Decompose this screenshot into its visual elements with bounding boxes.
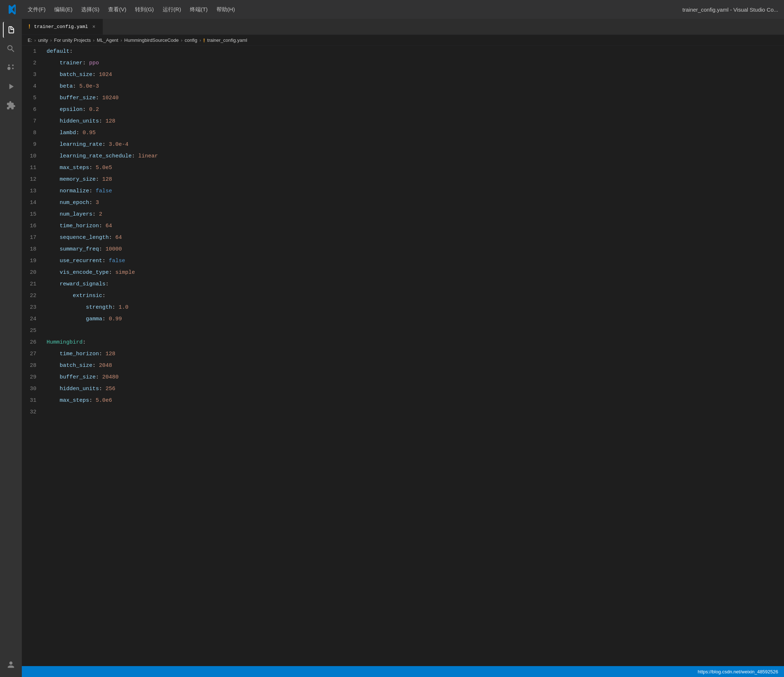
code-line: default:	[47, 46, 781, 57]
code-line: Hummingbird:	[47, 337, 781, 348]
code-line: num_epoch: 3	[47, 197, 781, 209]
code-line: trainer: ppo	[47, 57, 781, 69]
tab-filename: trainer_config.yaml	[34, 24, 88, 30]
account-activity-icon[interactable]	[3, 657, 19, 672]
menu-file[interactable]: 文件(F)	[23, 5, 50, 14]
window-title: trainer_config.yaml - Visual Studio Co..…	[683, 6, 778, 13]
breadcrumb-for-unity: For unity Projects	[54, 37, 90, 43]
active-tab[interactable]: ! trainer_config.yaml ×	[22, 19, 103, 34]
code-line: num_layers: 2	[47, 209, 781, 220]
breadcrumb-ml-agent: ML_Agent	[97, 37, 118, 43]
status-bar: https://blog.csdn.net/weixin_48592526	[22, 666, 784, 677]
extensions-activity-icon[interactable]	[3, 98, 19, 113]
breadcrumb-config: config	[184, 37, 197, 43]
breadcrumb-sep-1: ›	[50, 37, 52, 43]
code-line: reward_signals:	[47, 278, 781, 290]
code-line: extrinsic:	[47, 290, 781, 302]
files-activity-icon[interactable]	[3, 22, 19, 38]
code-line: gamma: 0.99	[47, 314, 781, 325]
titlebar: 文件(F) 编辑(E) 选择(S) 查看(V) 转到(G) 运行(R) 终端(T…	[0, 0, 784, 19]
code-editor[interactable]: 1234567891011121314151617181920212223242…	[22, 46, 784, 666]
code-line: memory_size: 128	[47, 174, 781, 185]
source-control-activity-icon[interactable]	[3, 60, 19, 76]
code-line: time_horizon: 128	[47, 348, 781, 360]
code-line	[47, 407, 781, 418]
code-line: vis_encode_type: simple	[47, 267, 781, 278]
breadcrumb-warn-icon: !	[203, 37, 205, 43]
tab-bar: ! trainer_config.yaml ×	[22, 19, 784, 35]
breadcrumb-file: trainer_config.yaml	[207, 37, 247, 43]
code-line	[47, 325, 781, 337]
menu-goto[interactable]: 转到(G)	[131, 5, 158, 14]
code-line: summary_freq: 10000	[47, 244, 781, 255]
code-line: learning_rate_schedule: linear	[47, 151, 781, 162]
activity-bar	[0, 19, 22, 677]
breadcrumb-source: HummingbirdSourceCode	[124, 37, 179, 43]
code-line: epsilon: 0.2	[47, 104, 781, 116]
code-line: hidden_units: 128	[47, 116, 781, 127]
breadcrumb-sep-4: ›	[181, 37, 182, 43]
code-line: sequence_length: 64	[47, 232, 781, 244]
code-line: max_steps: 5.0e6	[47, 395, 781, 407]
code-line: buffer_size: 10240	[47, 92, 781, 104]
menu-select[interactable]: 选择(S)	[77, 5, 104, 14]
code-line: time_horizon: 64	[47, 220, 781, 232]
tab-close-button[interactable]: ×	[91, 23, 97, 31]
breadcrumb-sep-5: ›	[199, 37, 201, 43]
search-activity-icon[interactable]	[3, 41, 19, 57]
editor-area: ! trainer_config.yaml × E: › unity › For…	[22, 19, 784, 677]
code-line: strength: 1.0	[47, 302, 781, 314]
breadcrumb-sep-0: ›	[34, 37, 36, 43]
code-line: beta: 5.0e-3	[47, 81, 781, 92]
breadcrumb: E: › unity › For unity Projects › ML_Age…	[22, 35, 784, 46]
line-numbers: 1234567891011121314151617181920212223242…	[22, 46, 44, 666]
code-line: learning_rate: 3.0e-4	[47, 139, 781, 151]
code-line: max_steps: 5.0e5	[47, 162, 781, 174]
code-content: default: trainer: ppo batch_size: 1024 b…	[44, 46, 784, 666]
code-line: buffer_size: 20480	[47, 371, 781, 383]
code-line: batch_size: 1024	[47, 69, 781, 81]
breadcrumb-unity: unity	[38, 37, 48, 43]
menu-terminal[interactable]: 终端(T)	[185, 5, 212, 14]
code-line: batch_size: 2048	[47, 360, 781, 371]
tab-warning-icon: !	[28, 23, 31, 30]
run-activity-icon[interactable]	[3, 79, 19, 95]
code-line: use_recurrent: false	[47, 255, 781, 267]
vscode-logo-icon	[6, 4, 17, 15]
status-bar-right: https://blog.csdn.net/weixin_48592526	[698, 669, 778, 674]
breadcrumb-e: E:	[28, 37, 32, 43]
menu-view[interactable]: 查看(V)	[104, 5, 131, 14]
menu-edit[interactable]: 编辑(E)	[50, 5, 77, 14]
breadcrumb-sep-2: ›	[93, 37, 95, 43]
code-line: lambd: 0.95	[47, 127, 781, 139]
menu-help[interactable]: 帮助(H)	[212, 5, 240, 14]
code-line: normalize: false	[47, 185, 781, 197]
main-layout: ! trainer_config.yaml × E: › unity › For…	[0, 19, 784, 677]
code-line: hidden_units: 256	[47, 383, 781, 395]
breadcrumb-sep-3: ›	[120, 37, 122, 43]
menu-run[interactable]: 运行(R)	[158, 5, 185, 14]
